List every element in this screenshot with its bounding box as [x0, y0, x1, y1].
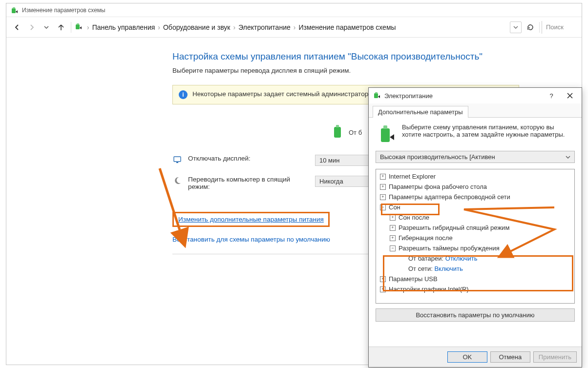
restore-defaults-button[interactable]: Восстановить параметры по умолчанию — [376, 308, 575, 322]
svg-rect-12 — [383, 125, 387, 129]
svg-rect-0 — [12, 8, 16, 13]
wake-battery-value[interactable]: Отключить — [445, 253, 478, 264]
dialog-intro: Выберите схему управления питанием, кото… — [402, 123, 575, 138]
breadcrumb-item[interactable]: Изменение параметров схемы — [298, 23, 396, 31]
battery-plug-icon — [10, 6, 19, 15]
battery-plug-icon — [74, 22, 83, 32]
settings-tree-scroll[interactable]: +Internet Explorer +Параметры фона рабоч… — [376, 169, 574, 303]
window-title: Изменение параметров схемы — [22, 7, 105, 14]
svg-rect-2 — [76, 24, 80, 29]
tree-item-desktop-bg[interactable]: +Параметры фона рабочего стола — [378, 182, 572, 192]
tree-item-wake-timers[interactable]: −Разрешить таймеры пробуждения — [378, 243, 572, 253]
dialog-tabstrip: Дополнительные параметры — [369, 103, 582, 118]
ok-button[interactable]: OK — [447, 351, 487, 363]
tree-item-sleep-after[interactable]: +Сон после — [378, 212, 572, 223]
svg-rect-5 — [336, 125, 339, 127]
window-titlebar: Изменение параметров схемы — [6, 3, 582, 17]
display-off-label: Отключать дисплей: — [188, 155, 309, 162]
svg-rect-9 — [374, 93, 378, 98]
power-plan-select[interactable]: Высокая производительность [Активен — [376, 151, 575, 163]
svg-rect-11 — [381, 128, 390, 142]
help-button[interactable]: ? — [544, 90, 559, 102]
close-button[interactable] — [562, 90, 578, 102]
dialog-titlebar: Электропитание ? — [369, 88, 582, 103]
power-options-dialog: Электропитание ? Дополнительные параметр… — [368, 87, 582, 368]
search-placeholder: Поиск — [546, 23, 564, 31]
battery-plug-icon — [376, 123, 397, 145]
breadcrumb-item[interactable]: Оборудование и звук — [163, 23, 231, 31]
battery-plug-icon — [373, 91, 381, 101]
wake-ac-value[interactable]: Включить — [434, 264, 462, 274]
chevron-down-icon — [566, 155, 570, 160]
on-battery-label: От б — [349, 129, 362, 136]
cancel-button[interactable]: Отмена — [490, 351, 530, 363]
highlight-box-advanced: Изменить дополнительные параметры питани… — [172, 212, 330, 227]
power-plan-selected: Высокая производительность [Активен — [380, 153, 495, 161]
svg-rect-6 — [174, 157, 181, 162]
tree-item-wlan[interactable]: +Параметры адаптера беспроводной сети — [378, 192, 572, 202]
toolbar: › Панель управления › Оборудование и зву… — [6, 17, 582, 38]
tab-advanced[interactable]: Дополнительные параметры — [373, 106, 468, 118]
svg-rect-7 — [176, 162, 178, 163]
nav-back-button[interactable] — [10, 20, 24, 34]
nav-up-button[interactable] — [54, 20, 68, 34]
svg-rect-3 — [77, 23, 79, 25]
restore-defaults-link[interactable]: Восстановить для схемы параметры по умол… — [172, 236, 330, 243]
nav-recent-dropdown[interactable] — [40, 20, 53, 34]
change-advanced-link[interactable]: Изменить дополнительные параметры питани… — [178, 216, 324, 223]
tree-item-ie[interactable]: +Internet Explorer — [378, 171, 572, 182]
page-subtitle: Выберите параметры перевода дисплея в сп… — [172, 67, 562, 74]
breadcrumb-item[interactable]: Панель управления — [92, 23, 155, 31]
dialog-footer: OK Отмена Применить — [369, 347, 582, 367]
dialog-title: Электропитание — [384, 92, 541, 100]
nav-forward-button[interactable] — [25, 20, 39, 34]
sleep-label: Переводить компьютер в спящий режим: — [188, 176, 309, 190]
display-off-select[interactable]: 10 мин — [315, 155, 369, 166]
page-title: Настройка схемы управления питанием "Выс… — [172, 51, 562, 62]
breadcrumb[interactable]: › Панель управления › Оборудование и зву… — [84, 23, 509, 31]
tree-item-wake-battery[interactable]: От батареи: Отключить — [378, 253, 572, 264]
tree-item-hybrid-sleep[interactable]: +Разрешить гибридный спящий режим — [378, 223, 572, 233]
address-history-dropdown[interactable] — [510, 21, 522, 33]
tree-item-intel[interactable]: +Настройки графики Intel(R) — [378, 284, 572, 294]
breadcrumb-item[interactable]: Электропитание — [238, 23, 291, 31]
tree-item-usb[interactable]: +Параметры USB — [378, 274, 572, 284]
display-icon — [172, 155, 182, 164]
svg-rect-1 — [13, 7, 15, 9]
tree-item-sleep[interactable]: −Сон — [378, 202, 572, 212]
sleep-select[interactable]: Никогда — [315, 176, 369, 187]
dialog-body: Выберите схему управления питанием, кото… — [369, 118, 582, 327]
search-input[interactable]: Поиск — [542, 21, 576, 34]
info-text: Некоторые параметры задает системный адм… — [192, 90, 370, 98]
svg-rect-10 — [375, 92, 378, 94]
settings-tree-container: +Internet Explorer +Параметры фона рабоч… — [376, 169, 575, 304]
battery-icon — [331, 124, 344, 141]
tree-item-hibernate-after[interactable]: +Гибернация после — [378, 233, 572, 243]
refresh-button[interactable] — [524, 21, 537, 33]
moon-icon — [172, 176, 182, 185]
apply-button[interactable]: Применить — [533, 351, 577, 363]
tree-item-wake-ac[interactable]: От сети: Включить — [378, 264, 572, 274]
info-icon: i — [179, 90, 188, 99]
svg-rect-4 — [334, 127, 341, 138]
